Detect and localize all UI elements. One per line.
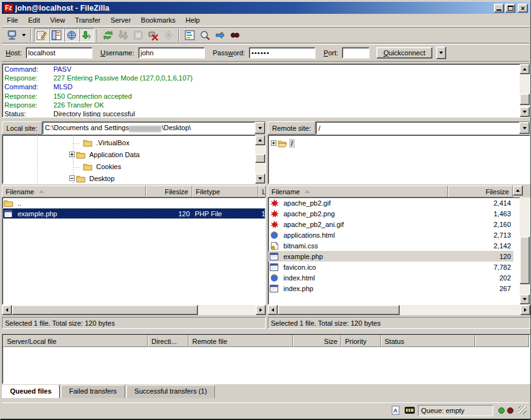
file-row[interactable]: apache_pb2_ani.gif 2,160 [268, 219, 513, 229]
local-hscrollbar[interactable] [2, 305, 266, 315]
tab-queued-files[interactable]: Queued files [2, 385, 60, 398]
local-site-dropdown[interactable] [255, 122, 265, 134]
tree-item-desktop[interactable]: Desktop [3, 172, 255, 184]
expand-plus-icon[interactable] [69, 152, 75, 157]
log-line: Response:226 Transfer OK [4, 101, 528, 109]
quickconnect-button[interactable]: Quickconnect [376, 47, 432, 58]
host-input[interactable] [26, 47, 92, 58]
column-status[interactable]: Status [381, 335, 475, 347]
site-manager-dropdown[interactable] [19, 28, 28, 42]
scroll-left-button[interactable] [2, 305, 12, 315]
column-server-local-file[interactable]: Server/Local file [3, 335, 148, 347]
column-filename[interactable]: Filename [2, 185, 146, 197]
scroll-thumb[interactable] [278, 305, 400, 315]
scroll-thumb[interactable] [520, 236, 530, 284]
toggle-message-log-button[interactable] [34, 28, 49, 42]
minimize-button[interactable] [494, 4, 504, 13]
tree-item-cookies[interactable]: Cookies [3, 160, 255, 172]
process-queue-button[interactable] [116, 28, 131, 42]
scroll-right-button[interactable] [256, 305, 266, 315]
column-filesize[interactable]: Filesize [448, 185, 513, 197]
local-site-combobox[interactable]: C:\Documents and Settings\Desktop\ [42, 121, 266, 135]
scroll-down-button[interactable] [255, 174, 265, 184]
file-row[interactable]: bitnami.css 2,142 [268, 240, 513, 251]
local-tree: .VirtualBox Application Data Cookies Des… [2, 135, 266, 184]
log-scrollbar[interactable] [520, 64, 530, 117]
scroll-up-button[interactable] [255, 135, 265, 145]
menu-bookmarks[interactable]: Bookmarks [136, 14, 180, 26]
file-row-highlighted[interactable]: example.php 120 [268, 251, 513, 262]
quickconnect-dropdown[interactable] [436, 47, 446, 59]
toggle-remote-tree-button[interactable] [64, 28, 79, 42]
find-button[interactable] [227, 28, 243, 42]
file-row[interactable]: apache_pb2.png 1,463 [268, 208, 513, 219]
column-remote-file[interactable]: Remote file [189, 335, 293, 347]
maximize-button[interactable] [505, 4, 515, 13]
menu-view[interactable]: View [45, 14, 70, 26]
scroll-thumb[interactable] [12, 305, 198, 315]
password-input[interactable] [249, 47, 315, 58]
file-row[interactable]: apache_pb2.gif 2,414 [268, 197, 513, 208]
column-filename[interactable]: Filename [268, 185, 448, 197]
scroll-left-button[interactable] [268, 305, 278, 315]
scroll-up-button[interactable] [520, 64, 530, 74]
column-last-modified[interactable]: L [258, 185, 266, 197]
reconnect-button[interactable] [161, 28, 176, 42]
filter-button[interactable] [182, 28, 197, 42]
file-row[interactable]: index.html 202 [268, 272, 513, 283]
scroll-right-button[interactable] [520, 305, 530, 315]
column-size[interactable]: Size [293, 335, 341, 347]
close-button[interactable]: × [518, 4, 528, 13]
file-row[interactable]: favicon.ico 7,782 [268, 262, 513, 272]
toggle-local-tree-icon [51, 30, 62, 41]
site-manager-button[interactable] [4, 28, 19, 42]
scroll-up-button[interactable] [513, 185, 523, 196]
tree-item-virtualbox[interactable]: .VirtualBox [3, 136, 255, 148]
disconnect-button[interactable] [146, 28, 161, 42]
toggle-local-tree-button[interactable] [49, 28, 64, 42]
remote-site-combobox[interactable]: / [315, 121, 530, 135]
file-row[interactable]: applications.html 2,713 [268, 229, 513, 240]
remote-vscrollbar[interactable] [520, 197, 530, 304]
column-direction[interactable]: Directi... [148, 335, 189, 347]
tab-failed-transfers[interactable]: Failed transfers [61, 385, 125, 398]
column-filesize[interactable]: Filesize [146, 185, 192, 197]
resize-grip[interactable] [518, 406, 527, 414]
arrow-up-icon [523, 68, 527, 70]
scroll-down-button[interactable] [520, 294, 530, 304]
column-priority[interactable]: Priority [341, 335, 381, 347]
collapse-minus-icon[interactable] [69, 175, 75, 181]
scroll-down-button[interactable] [520, 107, 530, 117]
menu-help[interactable]: Help [180, 14, 205, 26]
file-row-selected[interactable]: example.php 120 PHP File 1 [3, 208, 265, 219]
arrow-left-icon [6, 308, 8, 312]
local-status: Selected 1 file. Total size: 120 bytes [2, 317, 266, 329]
menu-transfer[interactable]: Transfer [70, 14, 106, 26]
compare-button[interactable] [197, 28, 212, 42]
refresh-button[interactable] [101, 28, 116, 42]
file-row-parent[interactable]: .. [3, 197, 265, 208]
title-bar[interactable]: Fz john@localhost - FileZilla × [2, 2, 529, 14]
column-filetype[interactable]: Filetype [192, 185, 259, 197]
scroll-thumb[interactable] [520, 94, 530, 105]
tree-item-application-data[interactable]: Application Data [3, 148, 255, 160]
username-input[interactable] [138, 47, 205, 58]
queue-tabs: Queued files Failed transfers Successful… [2, 385, 215, 398]
port-input[interactable] [342, 47, 370, 58]
tree-item-root[interactable]: / [271, 137, 528, 149]
menu-edit[interactable]: Edit [23, 14, 45, 26]
scroll-thumb[interactable] [255, 154, 265, 163]
remote-hscrollbar[interactable] [268, 305, 530, 315]
local-site-bar: Local site: C:\Documents and Settings\De… [2, 121, 266, 135]
expand-plus-icon[interactable] [271, 140, 276, 146]
local-tree-scrollbar[interactable] [255, 135, 265, 184]
remote-site-dropdown[interactable] [519, 122, 530, 134]
dropdown-arrow-icon [22, 34, 26, 36]
cancel-operation-button[interactable] [131, 28, 146, 42]
menu-server[interactable]: Server [106, 14, 136, 26]
file-row[interactable]: index.php 267 [268, 283, 513, 294]
sync-browsing-button[interactable] [212, 28, 227, 42]
tab-successful-transfers[interactable]: Successful transfers (1) [126, 385, 216, 398]
toggle-queue-button[interactable] [79, 28, 94, 42]
menu-file[interactable]: File [2, 14, 23, 26]
